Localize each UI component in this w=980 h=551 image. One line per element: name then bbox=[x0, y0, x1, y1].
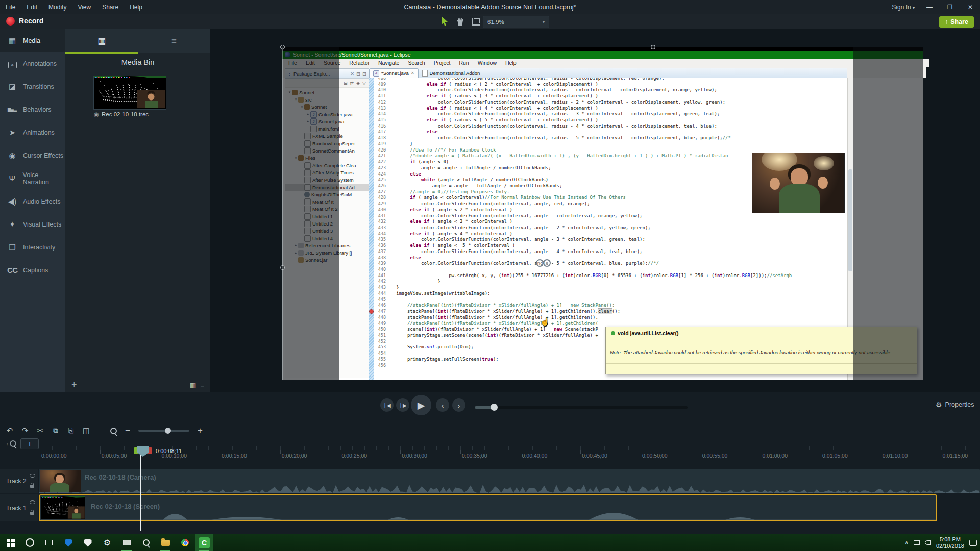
pan-hand-tool[interactable] bbox=[454, 15, 467, 28]
sign-in-button[interactable]: Sign In ▾ bbox=[892, 4, 915, 11]
tray-network-icon[interactable] bbox=[914, 540, 920, 545]
track1-lock-icon[interactable] bbox=[30, 512, 34, 515]
menu-edit[interactable]: Edit bbox=[21, 4, 43, 11]
timeline-zoom-slider[interactable] bbox=[138, 430, 189, 432]
camtasia-icon[interactable]: C bbox=[195, 534, 213, 551]
menu-view[interactable]: View bbox=[72, 4, 96, 11]
zoom-in-button[interactable]: + bbox=[195, 425, 205, 436]
explorer-toolbar-icon[interactable]: ⇄ bbox=[350, 81, 354, 86]
previous-marker-button[interactable]: ‹ bbox=[436, 398, 449, 412]
cut-button[interactable]: ✂ bbox=[36, 426, 45, 435]
sidebar-item-annotations[interactable]: aAnnotations bbox=[0, 52, 65, 75]
step-back-button[interactable]: ❘◀ bbox=[380, 398, 394, 412]
crop-tool[interactable] bbox=[470, 15, 482, 28]
file-explorer-icon[interactable] bbox=[156, 534, 175, 551]
editor-tab-demonstartional-addon[interactable]: Demonstartional Addon bbox=[419, 69, 484, 78]
zoom-out-button[interactable]: − bbox=[123, 425, 132, 436]
preview-canvas[interactable]: Sonnet - Sonnet/src/Sonnet/Sonnet.java -… bbox=[210, 29, 980, 392]
camera-clip[interactable]: Rec 02-10-18 (Camera) bbox=[39, 469, 980, 493]
timeline-zoom-thumb[interactable] bbox=[165, 428, 171, 434]
zoom-to-fit-button[interactable]: ↑ bbox=[6, 440, 16, 447]
add-track-button[interactable]: + bbox=[20, 438, 39, 449]
defender-icon[interactable] bbox=[59, 534, 78, 551]
sidebar-item-behaviors[interactable]: ▆▄▂Behaviors bbox=[0, 98, 65, 121]
playhead-line[interactable] bbox=[140, 446, 141, 531]
editor-tab-sonnet-java[interactable]: J*Sonnet.java✕ bbox=[369, 68, 419, 78]
start-icon[interactable] bbox=[1, 534, 19, 551]
split-button[interactable]: ◫ bbox=[82, 426, 91, 435]
eclipse-menu-project[interactable]: Project bbox=[434, 60, 451, 66]
tray-volume-icon[interactable] bbox=[925, 540, 931, 545]
properties-button[interactable]: ⚙ Properties bbox=[936, 400, 974, 409]
eclipse-menu-window[interactable]: Window bbox=[478, 60, 497, 66]
track2-visibility-icon[interactable] bbox=[30, 474, 35, 478]
sidebar-item-captions[interactable]: CCCaptions bbox=[0, 259, 65, 282]
step-forward-button[interactable]: ❘▶ bbox=[396, 398, 409, 412]
screen-clip-selected[interactable]: Rec 02-10-18 (Screen) bbox=[39, 494, 937, 521]
menu-help[interactable]: Help bbox=[124, 4, 148, 11]
notification-center-icon[interactable] bbox=[969, 540, 977, 546]
task-view-icon[interactable] bbox=[40, 534, 58, 551]
explorer-toolbar-icon[interactable]: ▽ bbox=[362, 81, 366, 86]
tray-caret-icon[interactable]: ∧ bbox=[905, 540, 909, 545]
eclipse-menu-refactor[interactable]: Refactor bbox=[349, 60, 370, 66]
media-item-thumbnail[interactable] bbox=[94, 76, 166, 109]
selection-handle[interactable] bbox=[280, 265, 285, 270]
record-icon[interactable] bbox=[6, 17, 15, 26]
eclipse-menu-navigate[interactable]: Navigate bbox=[378, 60, 399, 66]
maximize-button[interactable]: ❐ bbox=[944, 4, 955, 11]
sidebar-item-media[interactable]: ▦Media bbox=[0, 29, 65, 52]
chrome-icon[interactable] bbox=[176, 534, 194, 551]
copy-button[interactable]: ⧉ bbox=[51, 427, 60, 435]
media-tab[interactable]: ▦ bbox=[65, 29, 138, 53]
minimize-button[interactable]: — bbox=[924, 4, 935, 11]
sidebar-item-animations[interactable]: ➤Animations bbox=[0, 121, 65, 144]
track2-header[interactable]: Track 2 bbox=[0, 469, 38, 493]
play-button[interactable]: ▶ bbox=[411, 395, 431, 415]
seek-slider-thumb[interactable] bbox=[491, 404, 498, 411]
close-button[interactable]: ✕ bbox=[965, 4, 976, 11]
explorer-toolbar-icon[interactable]: ⊟ bbox=[344, 81, 348, 86]
selection-handle[interactable] bbox=[280, 45, 285, 49]
security-shield-icon[interactable] bbox=[79, 534, 97, 551]
cortana-icon[interactable] bbox=[20, 534, 39, 551]
next-marker-button[interactable]: › bbox=[452, 398, 465, 412]
redo-button[interactable]: ↷ bbox=[20, 426, 30, 435]
sidebar-item-transitions[interactable]: ◪Transitions bbox=[0, 75, 65, 98]
menu-share[interactable]: Share bbox=[96, 4, 124, 11]
selection-handle[interactable] bbox=[651, 45, 655, 49]
paste-button[interactable]: ⎘ bbox=[66, 427, 76, 435]
menu-modify[interactable]: Modify bbox=[43, 4, 72, 11]
explorer-toolbar-icon[interactable]: ◈ bbox=[356, 81, 360, 86]
seek-slider[interactable] bbox=[475, 406, 688, 409]
eclipse-menu-run[interactable]: Run bbox=[459, 60, 469, 66]
media-item-caption[interactable]: ◉ Rec 02-10-18.trec bbox=[94, 111, 196, 118]
canvas-zoom-select[interactable]: 61.9%▾ bbox=[483, 16, 549, 28]
add-media-button[interactable]: + bbox=[71, 380, 77, 390]
eclipse-menu-help[interactable]: Help bbox=[505, 60, 517, 66]
track2-lock-icon[interactable] bbox=[30, 485, 34, 488]
library-tab[interactable]: ≡ bbox=[138, 29, 210, 53]
menu-file[interactable]: File bbox=[0, 4, 21, 11]
sidebar-item-interactivity[interactable]: ❐Interactivity bbox=[0, 236, 65, 259]
settings-icon[interactable]: ⚙ bbox=[98, 534, 116, 551]
sidebar-item-visual-effects[interactable]: ✦Visual Effects bbox=[0, 213, 65, 236]
track1-header[interactable]: Track 1 bbox=[0, 494, 38, 521]
sidebar-item-cursor-effects[interactable]: ◉Cursor Effects bbox=[0, 144, 65, 167]
undo-button[interactable]: ↶ bbox=[5, 426, 14, 435]
share-button[interactable]: ↑ Share bbox=[939, 16, 974, 28]
webcam-overlay-video[interactable] bbox=[752, 153, 844, 213]
sidebar-item-voice-narration[interactable]: ΨVoice Narration bbox=[0, 167, 65, 190]
screen-recording-video[interactable]: Sonnet - Sonnet/src/Sonnet/Sonnet.java -… bbox=[282, 47, 923, 380]
edit-cursor-tool[interactable] bbox=[439, 15, 451, 28]
list-view-icon[interactable]: ≡ bbox=[200, 381, 204, 389]
search-app-icon[interactable] bbox=[137, 534, 155, 551]
tab-close-icon[interactable]: ✕ bbox=[411, 71, 414, 76]
eclipse-menu-search[interactable]: Search bbox=[408, 60, 425, 66]
tray-clock[interactable]: 5:08 PM 02/10/2018 bbox=[936, 536, 964, 549]
sidebar-item-audio-effects[interactable]: ◀)Audio Effects bbox=[0, 190, 65, 213]
record-button[interactable]: Record bbox=[19, 17, 43, 25]
task-manager-icon[interactable] bbox=[117, 534, 136, 551]
grid-view-icon[interactable]: ▦ bbox=[190, 381, 196, 389]
track1-visibility-icon[interactable] bbox=[30, 500, 35, 504]
